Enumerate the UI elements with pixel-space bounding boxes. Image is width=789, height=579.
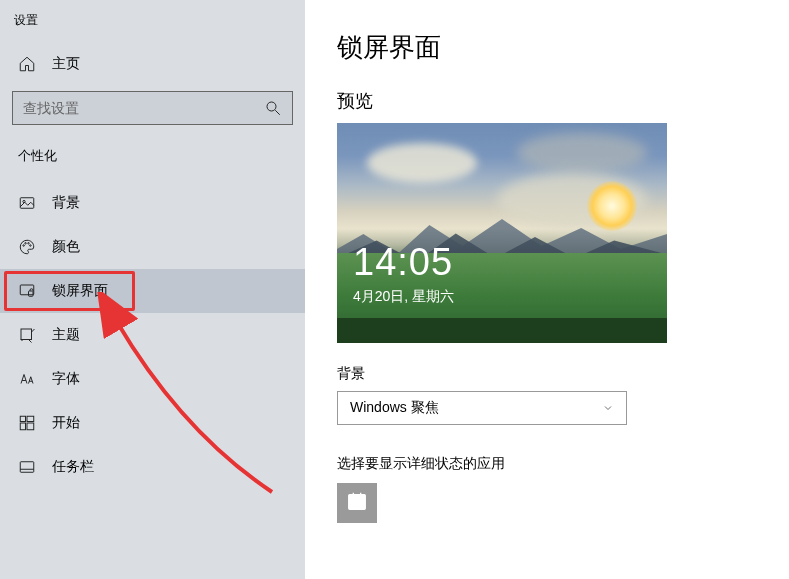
svg-rect-17 (349, 495, 366, 510)
lockscreen-icon (18, 282, 36, 300)
nav-list: 背景 颜色 锁屏界面 主题 (0, 181, 305, 489)
svg-rect-15 (20, 462, 34, 473)
background-dropdown[interactable]: Windows 聚焦 (337, 391, 627, 425)
themes-icon (18, 326, 36, 344)
svg-point-0 (267, 102, 276, 111)
sidebar-item-lockscreen[interactable]: 锁屏界面 (0, 269, 305, 313)
svg-rect-10 (21, 329, 32, 340)
nav-label: 颜色 (52, 238, 80, 256)
taskbar-icon (18, 458, 36, 476)
sidebar-item-colors[interactable]: 颜色 (0, 225, 305, 269)
status-apps-label: 选择要显示详细状态的应用 (337, 455, 757, 473)
sidebar-item-background[interactable]: 背景 (0, 181, 305, 225)
search-icon (264, 99, 282, 117)
home-nav[interactable]: 主页 (0, 45, 305, 83)
svg-rect-13 (20, 423, 25, 430)
preview-time: 14:05 (353, 241, 453, 284)
main-content: 锁屏界面 预览 14:05 4月20日, 星期六 背景 Windows 聚焦 选… (305, 0, 789, 579)
image-icon (18, 194, 36, 212)
nav-label: 主题 (52, 326, 80, 344)
page-title: 锁屏界面 (337, 30, 757, 65)
svg-rect-12 (27, 416, 34, 421)
svg-point-6 (28, 243, 30, 245)
preview-label: 预览 (337, 89, 757, 113)
svg-rect-14 (27, 423, 34, 430)
detailed-status-app-button[interactable] (337, 483, 377, 523)
sidebar: 设置 主页 个性化 背景 (0, 0, 305, 579)
nav-label: 字体 (52, 370, 80, 388)
svg-point-4 (23, 245, 25, 247)
svg-point-5 (25, 243, 27, 245)
nav-label: 开始 (52, 414, 80, 432)
sidebar-item-taskbar[interactable]: 任务栏 (0, 445, 305, 489)
search-input[interactable] (23, 100, 264, 116)
search-box[interactable] (12, 91, 293, 125)
font-icon (18, 370, 36, 388)
palette-icon (18, 238, 36, 256)
calendar-icon (346, 490, 368, 516)
svg-rect-9 (29, 291, 34, 296)
preview-date: 4月20日, 星期六 (353, 288, 454, 306)
dropdown-value: Windows 聚焦 (350, 399, 439, 417)
svg-rect-8 (20, 285, 34, 295)
svg-point-7 (30, 245, 32, 247)
svg-rect-11 (20, 416, 25, 421)
chevron-down-icon (602, 402, 614, 414)
settings-title: 设置 (0, 8, 305, 39)
nav-label: 背景 (52, 194, 80, 212)
nav-label: 锁屏界面 (52, 282, 108, 300)
sidebar-item-fonts[interactable]: 字体 (0, 357, 305, 401)
home-label: 主页 (52, 55, 80, 73)
category-label: 个性化 (0, 137, 305, 177)
sidebar-item-themes[interactable]: 主题 (0, 313, 305, 357)
home-icon (18, 55, 36, 73)
lockscreen-preview: 14:05 4月20日, 星期六 (337, 123, 667, 343)
nav-label: 任务栏 (52, 458, 94, 476)
sidebar-item-start[interactable]: 开始 (0, 401, 305, 445)
start-icon (18, 414, 36, 432)
svg-line-1 (275, 110, 280, 115)
background-label: 背景 (337, 365, 757, 383)
